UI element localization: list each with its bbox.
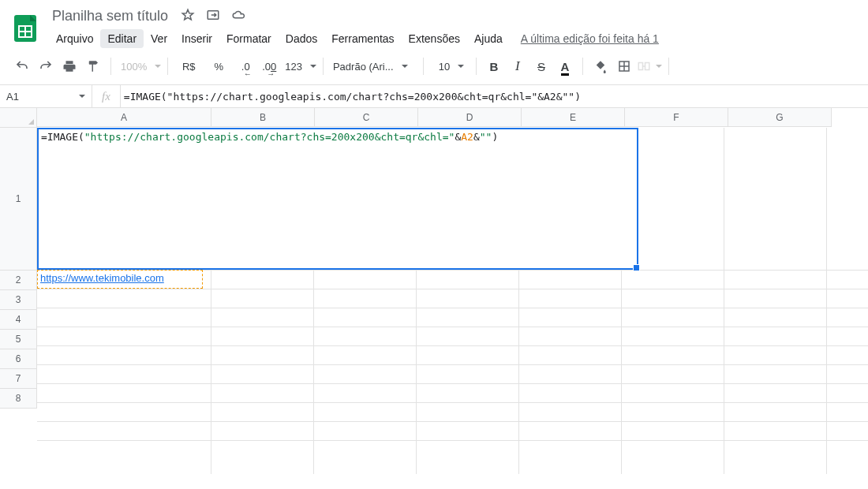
- font-family-dropdown[interactable]: Padrão (Ari...: [330, 61, 417, 73]
- col-header-A[interactable]: A: [37, 108, 211, 127]
- menu-ver[interactable]: Ver: [144, 29, 174, 48]
- move-icon[interactable]: [206, 8, 220, 24]
- formula-input[interactable]: =IMAGE("https://chart.googleapis.com/cha…: [121, 91, 581, 103]
- col-header-B[interactable]: B: [211, 108, 315, 127]
- row-header-6[interactable]: 6: [0, 349, 37, 369]
- select-all-corner[interactable]: [0, 108, 37, 128]
- row-header-7[interactable]: 7: [0, 369, 37, 389]
- svg-marker-4: [182, 9, 193, 20]
- currency-button[interactable]: R$: [174, 55, 203, 77]
- percent-button[interactable]: %: [204, 55, 233, 77]
- borders-button[interactable]: [613, 55, 635, 77]
- col-header-F[interactable]: F: [625, 108, 728, 127]
- font-size-dropdown[interactable]: 10: [430, 61, 470, 73]
- last-edit-link[interactable]: A última edição foi feita há 1: [521, 29, 659, 48]
- row-header-3[interactable]: 3: [0, 290, 37, 310]
- menu-formatar[interactable]: Formatar: [219, 29, 279, 48]
- svg-rect-10: [645, 63, 649, 70]
- col-header-E[interactable]: E: [522, 108, 625, 127]
- italic-button[interactable]: I: [507, 55, 529, 77]
- print-button[interactable]: [58, 55, 80, 77]
- menu-ferramentas[interactable]: Ferramentas: [324, 29, 401, 48]
- referenced-cell-a2[interactable]: https://www.tekimobile.com: [37, 270, 203, 289]
- fill-color-button[interactable]: [589, 55, 612, 77]
- col-header-C[interactable]: C: [315, 108, 418, 127]
- row-header-2[interactable]: 2: [0, 271, 37, 290]
- menu-extensões[interactable]: Extensões: [402, 29, 467, 48]
- row-header-8[interactable]: 8: [0, 389, 37, 409]
- paint-format-button[interactable]: [82, 55, 104, 77]
- number-format-dropdown[interactable]: 123: [282, 61, 316, 73]
- col-header-D[interactable]: D: [418, 108, 522, 127]
- sheets-logo[interactable]: [9, 12, 41, 43]
- zoom-dropdown[interactable]: 100%: [118, 61, 161, 73]
- row-header-4[interactable]: 4: [0, 310, 37, 330]
- menu-bar: ArquivoEditarVerInserirFormatarDadosFerr…: [49, 29, 855, 48]
- menu-editar[interactable]: Editar: [100, 29, 144, 48]
- cell-editor[interactable]: =IMAGE("https://chart.googleapis.com/cha…: [41, 131, 498, 143]
- spreadsheet-grid: ABCDEFG 12345678 =IMAGE("https://chart.g…: [0, 108, 868, 474]
- undo-button[interactable]: [11, 55, 33, 77]
- document-title[interactable]: Planilha sem título: [49, 6, 171, 26]
- strikethrough-button[interactable]: S: [530, 55, 552, 77]
- column-headers: ABCDEFG: [37, 108, 832, 127]
- svg-rect-9: [638, 63, 642, 70]
- decrease-decimal-button[interactable]: .0←: [234, 55, 256, 77]
- text-color-button[interactable]: A: [554, 55, 576, 77]
- toolbar: 100% R$ % .0← .00→ 123 Padrão (Ari... 10…: [0, 48, 868, 85]
- row-headers: 12345678: [0, 128, 37, 474]
- row-header-5[interactable]: 5: [0, 330, 37, 349]
- row-header-1[interactable]: 1: [0, 128, 37, 271]
- formula-bar: A1 fx =IMAGE("https://chart.googleapis.c…: [0, 85, 868, 108]
- bold-button[interactable]: B: [483, 55, 505, 77]
- cloud-status-icon[interactable]: [231, 8, 245, 24]
- menu-arquivo[interactable]: Arquivo: [49, 29, 100, 48]
- menu-dados[interactable]: Dados: [279, 29, 324, 48]
- col-header-G[interactable]: G: [728, 108, 832, 127]
- merge-cells-dropdown[interactable]: [637, 59, 662, 73]
- star-icon[interactable]: [181, 8, 195, 24]
- menu-inserir[interactable]: Inserir: [174, 29, 219, 48]
- fx-icon: fx: [92, 90, 120, 103]
- active-cell-a1[interactable]: =IMAGE("https://chart.googleapis.com/cha…: [37, 128, 638, 270]
- redo-button[interactable]: [35, 55, 57, 77]
- increase-decimal-button[interactable]: .00→: [258, 55, 280, 77]
- menu-ajuda[interactable]: Ajuda: [467, 29, 510, 48]
- name-box[interactable]: A1: [0, 85, 92, 107]
- cell-a2-link[interactable]: https://www.tekimobile.com: [38, 271, 166, 286]
